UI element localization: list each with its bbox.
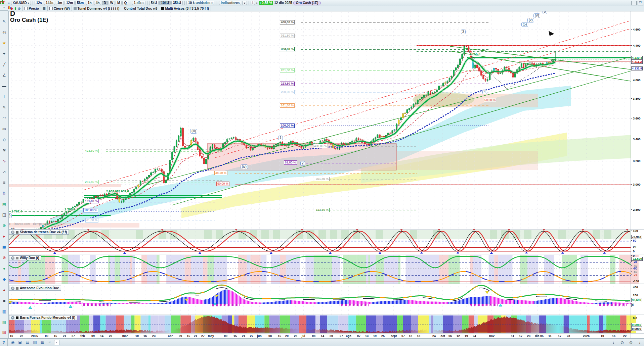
close-icon[interactable]: ✕	[11, 316, 14, 319]
alert-icon[interactable]: ▲	[1, 287, 7, 293]
fib-level-label[interactable]: 100,00 %	[83, 208, 98, 212]
fib-level-label[interactable]: 61,80 %	[284, 160, 297, 165]
tf-12m[interactable]: 12m	[65, 1, 75, 5]
fib-level-label[interactable]: 261,80 %	[84, 180, 99, 184]
trendline-icon[interactable]: ╱	[1, 61, 7, 68]
symbol-selector[interactable]: XAUUSD ▾	[11, 1, 31, 5]
fib-level-label[interactable]: 323,60 %	[315, 208, 330, 212]
calendar-icon[interactable]: ▦	[39, 340, 45, 345]
zoom-icon[interactable]: ◎	[1, 29, 7, 36]
square-icon[interactable]: ■	[1, 298, 7, 304]
cross-icon[interactable]: +	[1, 51, 7, 57]
close-icon[interactable]: ✕	[11, 287, 14, 290]
restore-button[interactable]: ❐	[638, 1, 643, 5]
window-icon[interactable]: ◫	[1, 212, 7, 218]
move-up-icon[interactable]: ⬆	[14, 7, 16, 10]
fib-level-label[interactable]: 100,00 %	[280, 123, 295, 128]
legend-item-control[interactable]: Control Total Doc v.6	[121, 6, 159, 11]
price-checkbox[interactable]	[24, 7, 28, 10]
legend-item-precio[interactable]: Precio	[23, 6, 41, 11]
draw-icon[interactable]: ✎	[1, 104, 7, 111]
minimize-button[interactable]: –	[631, 1, 637, 5]
indicators-caret[interactable]: ▾	[242, 1, 247, 5]
info-button[interactable]: i	[251, 1, 255, 5]
favorites-icon[interactable]: ★	[1, 40, 7, 46]
rewind-icon[interactable]: «	[47, 340, 53, 345]
close-all-icon[interactable]: ⊗	[18, 7, 20, 10]
tf-Q[interactable]: Q	[122, 1, 128, 5]
wave-icon[interactable]: ≋	[1, 147, 7, 154]
panel-tab-willy-doc[interactable]: ✕ Willy Doc (t)	[9, 255, 41, 260]
wave-count-label[interactable]: [V]	[533, 13, 540, 18]
tf-4h[interactable]: 4h	[94, 1, 101, 5]
fit-vertical-icon[interactable]: ↕	[610, 340, 616, 345]
gem-icon[interactable]: ◆	[1, 276, 7, 283]
pattern-icon[interactable]: ▧	[1, 319, 7, 326]
legend-item-avisos[interactable]: Multi Avisos (3 f 3 1,5 70 f f)	[159, 6, 211, 11]
share-icon[interactable]: ◉	[10, 340, 16, 345]
fib-level-label[interactable]: 50,00 %	[484, 98, 496, 102]
fib-level-label[interactable]: 423,60 %	[84, 149, 99, 153]
legend-item-tunel[interactable]: Tunel Domenec v4 (t t t t t)	[72, 6, 122, 11]
unit-10kU[interactable]: 10kU	[159, 1, 171, 5]
wave-count-label[interactable]: (iv)	[241, 164, 248, 169]
delete-icon[interactable]: ⊗	[1, 255, 7, 261]
scroll-down-icon[interactable]: ↓	[637, 340, 643, 345]
tf-M[interactable]: M	[116, 1, 122, 5]
list-icon[interactable]: ▤	[1, 201, 7, 207]
collapse-button[interactable]: ▴	[0, 6, 8, 11]
fib-level-label[interactable]: 223,60 %	[280, 82, 295, 86]
add-icon[interactable]: ⊕	[1, 223, 7, 229]
unit-35kU[interactable]: 35kU	[171, 1, 183, 5]
tf-1h[interactable]: 1h	[86, 1, 93, 5]
wave-count-label[interactable]: 3	[461, 30, 466, 34]
table-icon[interactable]: ▥	[1, 308, 7, 315]
tf-W[interactable]: W	[109, 1, 115, 5]
compare-icon[interactable]: ▥	[32, 340, 38, 345]
diamond-icon[interactable]: ◇	[1, 137, 7, 143]
fib-level-label[interactable]: 400,00 %	[280, 20, 295, 24]
fib-level-label[interactable]: 161,80 %	[280, 103, 295, 108]
legend-list-button[interactable]: ☰	[41, 6, 48, 11]
fib-level-label[interactable]: 161,80 %	[84, 199, 99, 203]
news-icon[interactable]: ▤	[25, 340, 31, 345]
fib-level-label[interactable]: 38,20 %	[214, 171, 227, 175]
tf-1m[interactable]: 1m	[56, 1, 64, 5]
tf-12s[interactable]: 12s	[35, 1, 44, 5]
hline-icon[interactable]: ▬	[1, 83, 7, 89]
close-checkbox[interactable]	[49, 7, 53, 10]
help-button[interactable]: ?	[0, 339, 8, 346]
tf-D[interactable]: D	[102, 1, 108, 5]
pointer-icon[interactable]: ↖	[1, 18, 7, 25]
units-selector[interactable]: 10 k unidades ▾	[186, 1, 214, 5]
wave-count-label[interactable]: (v)	[527, 18, 534, 22]
wave-count-label[interactable]: (iii)	[190, 129, 197, 134]
rect-icon[interactable]: ▭	[1, 126, 7, 132]
legend-item-cierre[interactable]: Cierre (W)	[48, 6, 72, 11]
fib-level-label[interactable]: 61,80 %	[85, 218, 98, 223]
fib-level-label[interactable]: 361,80 %	[315, 177, 330, 181]
fib-level-label[interactable]: 261,80 %	[280, 68, 295, 72]
close-icon[interactable]: ✕	[11, 231, 14, 234]
arc-icon[interactable]: ◠	[1, 115, 7, 121]
close-icon[interactable]: ✕	[11, 256, 14, 260]
menu-icon[interactable]: ≡	[1, 180, 7, 186]
wave-count-label[interactable]: 2	[300, 161, 305, 166]
dot-icon[interactable]: ●	[1, 265, 7, 272]
indicators-button[interactable]: Indicadores	[219, 1, 241, 5]
panel-tab-barra-fuerza[interactable]: ✕ Barra Fuerza Fondo Mercado v4 (f)	[9, 315, 77, 320]
fib-level-label[interactable]: 361,80 %	[280, 34, 295, 38]
panel-tab-sistema-de-trenes[interactable]: ✕ Sistema de trenes Doc v4 (f f)	[9, 230, 69, 235]
instrument-pill[interactable]: Oro Cash (1E)	[293, 1, 321, 5]
triangle-icon[interactable]: ⊿	[1, 169, 7, 175]
swap-icon[interactable]: ⇅	[1, 190, 7, 197]
play-icon[interactable]: ▸	[1, 233, 7, 240]
hatch-icon[interactable]: ▨	[1, 329, 7, 336]
zoom-in-icon[interactable]: ⊕	[628, 340, 634, 345]
period-selector[interactable]: 1 día ▾	[132, 1, 145, 5]
chart-canvas[interactable]	[0, 0, 644, 346]
angle-icon[interactable]: ∠	[1, 72, 7, 79]
wave-count-label[interactable]: (5)	[521, 22, 528, 27]
tf-56m[interactable]: 56m	[75, 1, 85, 5]
text-icon[interactable]: T	[1, 94, 7, 100]
